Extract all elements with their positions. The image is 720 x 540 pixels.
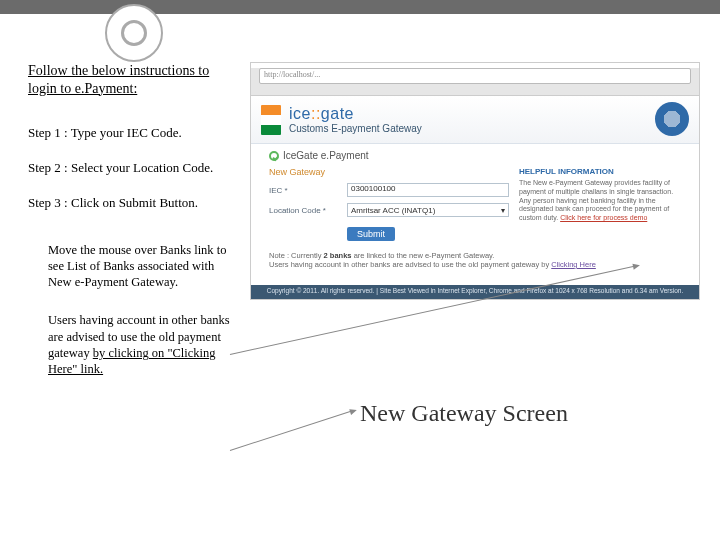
decorative-circle: [105, 4, 163, 62]
check-icon: [269, 151, 279, 161]
site-brand: ice::gate Customs E-payment Gateway: [289, 105, 422, 134]
note-mid: are linked to the new e-Payment Gateway.: [352, 251, 495, 260]
submit-button[interactable]: Submit: [347, 227, 395, 241]
form-area: New Gateway IEC * 0300100100 Location Co…: [269, 167, 509, 241]
note-prefix: Note : Currently: [269, 251, 324, 260]
step-1: Step 1 : Type your IEC Code.: [28, 125, 238, 142]
slide-top-bar: [0, 0, 720, 14]
step-3: Step 3 : Click on Submit Button.: [28, 195, 238, 212]
note-old-gateway: Users having account in other banks are …: [48, 312, 238, 377]
iec-row: IEC * 0300100100: [269, 183, 509, 197]
clicking-here-link[interactable]: Clicking Here: [551, 260, 596, 269]
content-row: New Gateway IEC * 0300100100 Location Co…: [251, 161, 699, 241]
info-area: HELPFUL INFORMATION The New e-Payment Ga…: [519, 167, 681, 241]
info-title: HELPFUL INFORMATION: [519, 167, 681, 176]
tab-row: IceGate e.Payment: [251, 144, 699, 161]
process-demo-link[interactable]: Click here for process demo: [560, 214, 647, 221]
brand-subtitle: Customs E-payment Gateway: [289, 123, 422, 134]
browser-url-bar[interactable]: http://localhost/...: [259, 68, 691, 84]
location-select[interactable]: Amritsar ACC (INATQ1) ▾: [347, 203, 509, 217]
note-line2: Users having account in other banks are …: [269, 260, 551, 269]
browser-chrome: http://localhost/...: [251, 68, 699, 96]
section-title: New Gateway: [269, 167, 509, 177]
site-footer: Copyright © 2011. All rights reserved. |…: [251, 285, 699, 299]
brand-title: ice::gate: [289, 105, 422, 123]
iec-label: IEC *: [269, 186, 341, 195]
site-header: ice::gate Customs E-payment Gateway: [251, 96, 699, 144]
tab-label: IceGate e.Payment: [283, 150, 369, 161]
note-banks-count: 2 banks: [324, 251, 352, 260]
arrow-to-caption: [230, 410, 352, 451]
india-flag-icon: [261, 105, 281, 135]
brand-dots: ::: [311, 105, 321, 122]
emblem-icon: [655, 102, 689, 136]
note-banks-hover: Move the mouse over Banks link to see Li…: [48, 242, 238, 291]
decorative-circle-inner: [121, 20, 147, 46]
brand-ice: ice: [289, 105, 311, 122]
slide-caption: New Gateway Screen: [360, 400, 568, 427]
location-label: Location Code *: [269, 206, 341, 215]
step-2: Step 2 : Select your Location Code.: [28, 160, 238, 177]
location-value: Amritsar ACC (INATQ1): [351, 206, 435, 215]
instructions-panel: Follow the below instructions to login t…: [28, 62, 238, 399]
chevron-down-icon: ▾: [501, 206, 505, 215]
info-text: The New e-Payment Gateway provides facil…: [519, 179, 681, 223]
iec-input[interactable]: 0300100100: [347, 183, 509, 197]
arrow-head-2: [349, 407, 358, 415]
intro-text: Follow the below instructions to login t…: [28, 62, 238, 97]
brand-gate: gate: [321, 105, 354, 122]
location-row: Location Code * Amritsar ACC (INATQ1) ▾: [269, 203, 509, 217]
